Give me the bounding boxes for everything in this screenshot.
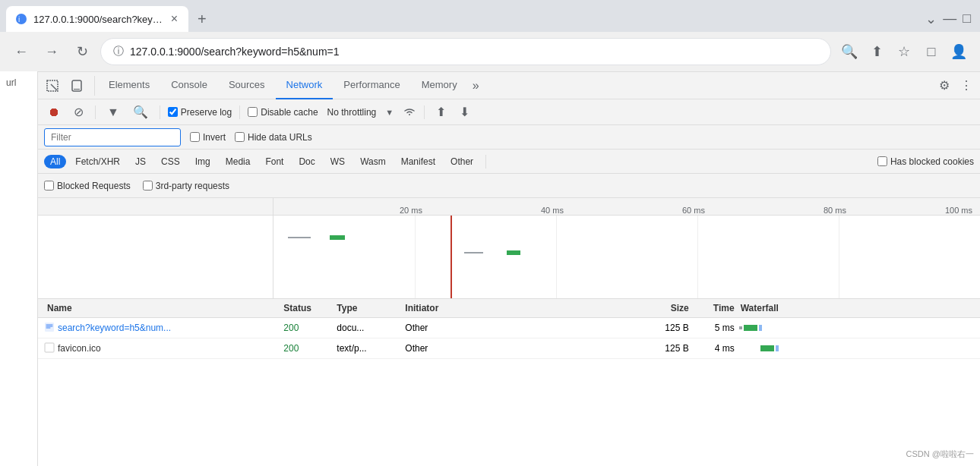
address-bar[interactable]: ⓘ 127.0.0.1:9000/search?keyword=h5&num=1 [100, 38, 831, 65]
device-toggle-button[interactable] [65, 76, 88, 96]
col-waterfall[interactable]: Waterfall [738, 301, 974, 315]
devtools-more-button[interactable]: ⋮ [956, 75, 977, 96]
address-text[interactable]: 127.0.0.1:9000/search?keyword=h5&num=1 [130, 46, 818, 58]
preserve-log-checkbox[interactable]: Preserve log [168, 107, 232, 118]
filter-button[interactable]: ▼ [103, 103, 123, 121]
type-filter-ws[interactable]: WS [324, 155, 351, 168]
search-icon-button[interactable]: 🔍 [837, 39, 861, 64]
row1-type: docu... [334, 321, 402, 335]
preserve-log-input[interactable] [168, 107, 178, 117]
tick-80ms: 80 ms [824, 206, 846, 215]
timeline-visual-area [273, 216, 980, 298]
new-tab-button[interactable]: + [191, 8, 213, 31]
type-filter-manifest[interactable]: Manifest [395, 155, 441, 168]
filter-input[interactable] [44, 128, 181, 146]
tab-dropdown-icon[interactable]: ⌄ [925, 11, 937, 27]
row1-wf-blue [759, 325, 762, 331]
hide-data-urls-input[interactable] [235, 132, 245, 142]
invert-checkbox[interactable]: Invert [190, 132, 226, 143]
col-initiator[interactable]: Initiator [402, 301, 638, 315]
share-button[interactable]: ⬆ [865, 39, 889, 64]
clear-button[interactable]: ⊘ [70, 102, 87, 121]
bookmark-button[interactable]: ☆ [892, 39, 916, 64]
tab-network[interactable]: Network [276, 72, 334, 99]
timeline-bar-gray-2 [464, 252, 483, 253]
tab-overflow-button[interactable]: » [468, 72, 484, 99]
record-button[interactable]: ⏺ [44, 103, 64, 121]
minimize-icon[interactable]: — [943, 11, 956, 27]
tick-100ms: 100 ms [945, 206, 972, 215]
col-time[interactable]: Time [692, 301, 738, 315]
active-tab[interactable]: i 127.0.0.1:9000/search?keywor... × [6, 6, 188, 32]
timeline-header-spacer [38, 198, 273, 215]
type-filter-media[interactable]: Media [220, 155, 257, 168]
row1-initiator: Other [402, 321, 638, 335]
tab-memory[interactable]: Memory [411, 72, 468, 99]
invert-input[interactable] [190, 132, 200, 142]
throttle-arrow[interactable]: ▼ [385, 108, 394, 117]
has-blocked-input[interactable] [877, 156, 887, 166]
type-filter-fetch-xhr[interactable]: Fetch/XHR [69, 155, 126, 168]
tick-line-60 [697, 216, 698, 298]
has-blocked-cookies-checkbox[interactable]: Has blocked cookies [877, 156, 974, 167]
back-button[interactable]: ← [9, 39, 33, 64]
blocked-requests-checkbox[interactable]: Blocked Requests [44, 181, 131, 191]
col-status[interactable]: Status [280, 301, 334, 315]
row1-size: 125 B [639, 321, 692, 335]
tab-performance[interactable]: Performance [333, 72, 410, 99]
tab-console[interactable]: Console [160, 72, 218, 99]
type-filter-wasm[interactable]: Wasm [354, 155, 392, 168]
forward-button[interactable]: → [40, 39, 64, 64]
blocked-requests-input[interactable] [44, 181, 54, 190]
row1-time: 5 ms [692, 321, 738, 335]
row2-status: 200 [280, 342, 334, 355]
table-header: Name Status Type Initiator Size Time Wat… [38, 299, 980, 318]
refresh-button[interactable]: ↻ [70, 39, 94, 64]
row2-name-link[interactable]: favicon.ico [58, 343, 101, 354]
row2-time: 4 ms [692, 342, 738, 355]
type-filter-js[interactable]: JS [129, 155, 152, 168]
third-party-checkbox[interactable]: 3rd-party requests [143, 181, 229, 191]
search-button[interactable]: 🔍 [129, 102, 152, 121]
type-filter-all[interactable]: All [44, 155, 66, 168]
devtools-icons [41, 76, 95, 96]
maximize-icon[interactable]: □ [963, 11, 971, 27]
row2-waterfall [738, 341, 974, 356]
throttle-label: No throttling [324, 107, 380, 118]
row1-name-link[interactable]: search?keyword=h5&num... [58, 323, 171, 333]
csdn-watermark: CSDN @啦啦右一 [906, 449, 974, 460]
table-row[interactable]: favicon.ico 200 text/p... Other 125 B 4 … [38, 338, 980, 359]
upload-button[interactable]: ⬆ [432, 102, 450, 121]
tab-favicon: i [15, 13, 27, 25]
inspector-button[interactable] [41, 76, 64, 96]
hide-data-urls-checkbox[interactable]: Hide data URLs [235, 132, 312, 143]
extension-button[interactable]: □ [919, 39, 944, 64]
devtools-panel: Elements Console Sources Network Perform… [38, 71, 980, 466]
timeline-red-line [450, 216, 452, 298]
disable-cache-checkbox[interactable]: Disable cache [248, 107, 318, 118]
tab-bar-controls: ⌄ — □ [925, 11, 980, 27]
timeline-visual [38, 216, 980, 299]
row2-wf-green [760, 345, 774, 351]
tab-elements[interactable]: Elements [98, 72, 160, 99]
svg-rect-4 [74, 89, 80, 90]
col-name[interactable]: Name [44, 301, 280, 315]
profile-button[interactable]: 👤 [947, 39, 971, 64]
devtools-settings-button[interactable]: ⚙ [934, 75, 954, 96]
type-filter-doc[interactable]: Doc [292, 155, 321, 168]
type-filter-css[interactable]: CSS [155, 155, 186, 168]
download-button[interactable]: ⬇ [456, 102, 473, 121]
table-row[interactable]: search?keyword=h5&num... 200 docu... Oth… [38, 318, 980, 338]
third-party-input[interactable] [143, 181, 153, 190]
tab-sources[interactable]: Sources [218, 72, 276, 99]
col-size[interactable]: Size [639, 301, 692, 315]
row1-waterfall [738, 320, 974, 335]
type-filter-other[interactable]: Other [444, 155, 479, 168]
col-type[interactable]: Type [334, 301, 402, 315]
type-filter-font[interactable]: Font [259, 155, 289, 168]
type-filter-img[interactable]: Img [189, 155, 217, 168]
svg-text:i: i [18, 15, 20, 24]
navigation-bar: ← → ↻ ⓘ 127.0.0.1:9000/search?keyword=h5… [0, 32, 980, 71]
disable-cache-input[interactable] [248, 107, 258, 117]
tab-close-button[interactable]: × [169, 11, 179, 27]
